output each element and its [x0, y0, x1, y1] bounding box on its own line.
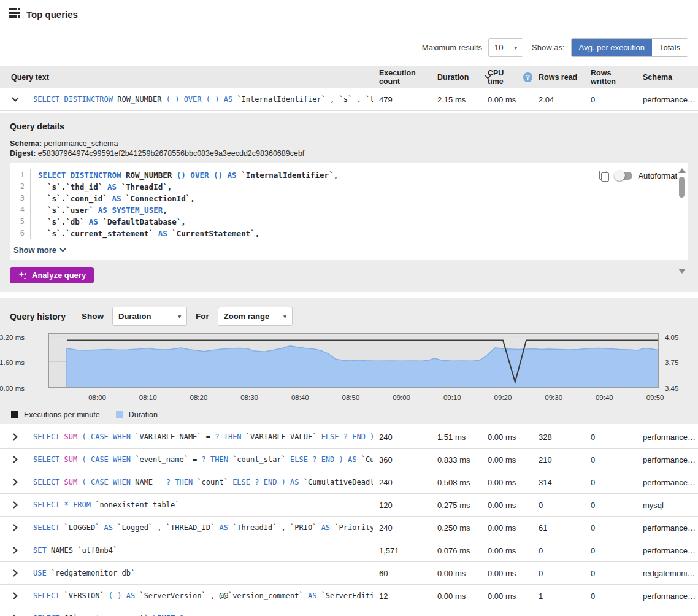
range-select[interactable]: Zoom range ▾: [218, 307, 293, 326]
x-axis-tick-label: 08:30: [240, 394, 258, 401]
chevron-right-icon[interactable]: [9, 475, 22, 489]
cell-rows-written: 0: [585, 569, 637, 578]
chevron-right-icon[interactable]: [9, 521, 22, 534]
table-row[interactable]: SELECT `LOGGED` AS `Logged` , `THREAD_ID…: [0, 517, 698, 539]
sql-token: SELECT * FROM: [33, 501, 95, 509]
y-axis-tick-label: 3.45: [665, 385, 678, 392]
show-as-label: Show as:: [532, 43, 564, 52]
legend-swatch: [11, 411, 18, 418]
table-row[interactable]: SELECT `VERSION` ( ) AS `ServerVersion` …: [0, 585, 698, 607]
sql-token: `CumulativeDeadlocksCount` ,: [304, 478, 373, 487]
help-icon[interactable]: ?: [523, 72, 532, 82]
sql-token: () OVER () AS: [177, 171, 241, 180]
line-number: 2: [10, 181, 31, 193]
digest-line: Digest: e58387964974c99591ef2b41259b2678…: [10, 148, 688, 158]
cell-schema: performance…: [637, 95, 688, 104]
copy-icon[interactable]: [599, 171, 608, 181]
sql-token: SUM: [64, 433, 78, 441]
cell-execution-count: 120: [373, 614, 431, 616]
sql-token: ROW_NUMBER: [113, 95, 166, 104]
cell-schema: performance…: [637, 455, 688, 464]
chevron-right-icon[interactable]: [9, 430, 22, 444]
cell-execution-count: 120: [373, 501, 431, 510]
autoformat-toggle[interactable]: [615, 172, 632, 180]
table-row[interactable]: SELECT SUM ( CASE WHEN `event_name` = ? …: [0, 449, 698, 471]
sql-token: `CumulativeTransactio…: [361, 455, 373, 464]
max-results-select[interactable]: 10 ▾: [488, 38, 523, 57]
column-cpu-time[interactable]: CPU time ?: [481, 69, 532, 86]
query-history-panel: Query history Show Duration ▾ For Zoom r…: [0, 298, 698, 424]
sql-token: ,: [163, 206, 167, 215]
column-duration[interactable]: Duration: [431, 73, 481, 82]
query-history-chart: 3.20 ms1.60 ms0.00 ms4.053.753.4508:0008…: [10, 332, 688, 409]
column-rows-read[interactable]: Rows read: [532, 73, 585, 82]
metric-select[interactable]: Duration ▾: [112, 307, 187, 326]
cell-rows-written: 0: [585, 478, 637, 487]
chevron-down-icon[interactable]: [9, 93, 22, 106]
sql-token: AS: [219, 523, 228, 532]
cell-execution-count: 240: [373, 433, 431, 442]
chart-plot-area[interactable]: [48, 333, 659, 388]
cell-duration: 0.00 ms: [431, 614, 481, 616]
sql-token: ( ) OVER ( ) AS: [166, 95, 232, 104]
totals-button[interactable]: Totals: [652, 39, 688, 56]
cell-schema: mysql: [637, 501, 688, 510]
column-schema[interactable]: Schema: [637, 73, 688, 82]
table-row[interactable]: SELECT SUM ( CASE WHEN NAME = ? THEN `co…: [0, 471, 698, 494]
chevron-right-icon[interactable]: [9, 566, 22, 580]
cell-cpu-time: 0.00 ms: [481, 591, 532, 601]
cell-rows-written: 0: [585, 501, 637, 510]
cell-execution-count: 240: [373, 523, 431, 533]
sql-token: SELECT: [33, 455, 64, 464]
cell-schema: performance…: [637, 478, 688, 487]
sql-token: SET: [33, 546, 51, 555]
chevron-right-icon[interactable]: [9, 453, 22, 466]
scroll-down-icon[interactable]: [678, 269, 686, 274]
sql-token: `ThreadId` , `PRIO`: [228, 523, 321, 532]
table-row[interactable]: SELECT SUM ( CASE WHEN `VARIABLE_NAME` =…: [0, 426, 698, 449]
sql-token: `ServerEdition`: [316, 591, 373, 600]
code-scrollbar[interactable]: [678, 168, 686, 236]
query-text: SET NAMES `utf8mb4`: [27, 546, 373, 555]
table-row[interactable]: SELECT DISTINCTROW ROW_NUMBER ( ) OVER (…: [0, 88, 698, 111]
cell-cpu-time: 0.00 ms: [481, 455, 532, 464]
sql-token: SELECT: [33, 591, 64, 600]
dropdown-arrow-icon: ▾: [515, 45, 518, 51]
table-row[interactable]: SELECT * FROM `nonexistent_table`1200.27…: [0, 494, 698, 517]
x-axis-tick-label: 09:30: [545, 394, 562, 401]
query-text: SELECT `VERSION` ( ) AS `ServerVersion` …: [27, 591, 373, 600]
scroll-thumb[interactable]: [679, 177, 685, 198]
duration-area-series: [67, 346, 658, 387]
cell-schema: redgatemoni…: [637, 569, 688, 578]
chevron-right-icon[interactable]: [9, 589, 22, 603]
cell-rows-read: 0: [532, 569, 585, 578]
analyze-query-button[interactable]: Analyze query: [10, 267, 94, 283]
avg-per-execution-button[interactable]: Avg. per execution: [572, 39, 652, 56]
query-text: SELECT SUM ( CASE WHEN `VARIABLE_NAME` =…: [27, 433, 373, 441]
sql-token: `redgatemonitor_db`: [51, 569, 135, 577]
cell-cpu-time: 0.00 ms: [481, 433, 532, 442]
x-axis-tick-label: 08:50: [342, 394, 360, 401]
cell-cpu-time: 0.00 ms: [481, 546, 532, 555]
chevron-right-icon[interactable]: [9, 498, 22, 512]
query-text: USE `redgatemonitor_db`: [27, 569, 373, 577]
table-row[interactable]: SELECT @@`version_comment` LIMIT ?1200.0…: [0, 607, 698, 616]
query-details-panel: Query details Schema: performance_schema…: [0, 113, 698, 292]
chevron-right-icon[interactable]: [9, 612, 22, 616]
autoformat-label: Autoformat: [638, 171, 677, 180]
code-line: 4 `s`.`user` AS SYSTEM_USER,: [10, 204, 688, 216]
sql-token: ( CASE WHEN: [77, 455, 135, 464]
scroll-up-icon[interactable]: [678, 168, 686, 173]
cell-schema: performance…: [637, 591, 688, 601]
top-queries-icon: [9, 8, 20, 21]
sql-token: `Logged` , `THREAD_ID`: [113, 523, 219, 532]
table-row[interactable]: SET NAMES `utf8mb4`1,5710.076 ms0.00 ms0…: [0, 539, 698, 562]
cell-schema: performance…: [637, 523, 688, 533]
table-row[interactable]: USE `redgatemonitor_db`600.00 ms0.00 ms0…: [0, 562, 698, 585]
legend-label: Duration: [129, 410, 158, 419]
show-more-link[interactable]: Show more: [13, 245, 66, 255]
code-line: 6 `s`.`current_statement` AS `CurrentSta…: [10, 228, 688, 239]
column-execution-count[interactable]: Execution count: [373, 69, 431, 86]
column-rows-written[interactable]: Rows written: [585, 69, 637, 86]
chevron-right-icon[interactable]: [9, 544, 22, 557]
